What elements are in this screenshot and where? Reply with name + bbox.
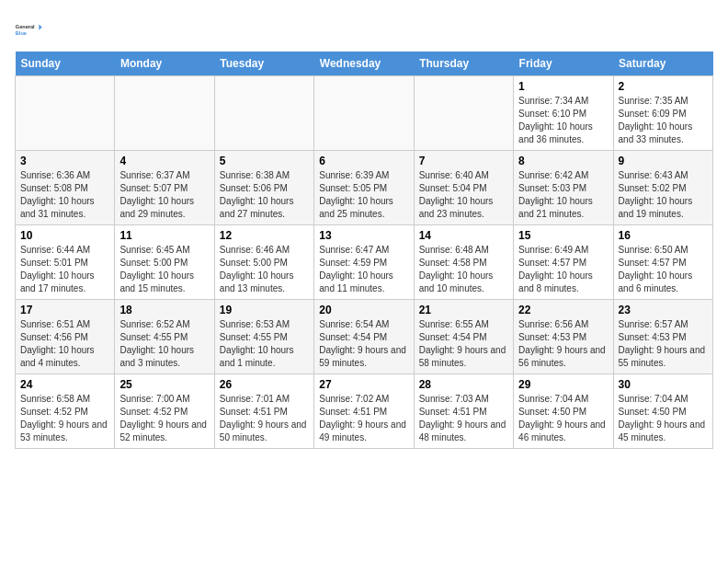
day-number: 5 <box>220 155 309 167</box>
day-number: 23 <box>619 304 708 316</box>
page-header: GeneralBlue <box>15 15 713 44</box>
calendar-table: SundayMondayTuesdayWednesdayThursdayFrid… <box>15 52 713 449</box>
day-info: Sunrise: 7:01 AM Sunset: 4:51 PM Dayligh… <box>220 393 309 444</box>
day-info: Sunrise: 6:44 AM Sunset: 5:01 PM Dayligh… <box>20 244 109 295</box>
day-number: 30 <box>619 378 708 391</box>
day-number: 10 <box>20 229 109 242</box>
day-info: Sunrise: 6:37 AM Sunset: 5:07 PM Dayligh… <box>119 169 209 221</box>
week-row-3: 10Sunrise: 6:44 AM Sunset: 5:01 PM Dayli… <box>16 225 713 300</box>
day-number: 15 <box>518 229 608 242</box>
day-number: 6 <box>319 155 408 167</box>
day-info: Sunrise: 6:36 AM Sunset: 5:08 PM Dayligh… <box>20 169 109 221</box>
week-row-5: 24Sunrise: 6:58 AM Sunset: 4:52 PM Dayli… <box>16 374 713 449</box>
day-info: Sunrise: 6:57 AM Sunset: 4:53 PM Dayligh… <box>619 318 708 370</box>
day-info: Sunrise: 6:54 AM Sunset: 4:54 PM Dayligh… <box>319 318 408 370</box>
calendar-cell: 11Sunrise: 6:45 AM Sunset: 5:00 PM Dayli… <box>115 225 214 300</box>
day-number: 14 <box>419 229 508 242</box>
day-info: Sunrise: 7:04 AM Sunset: 4:50 PM Dayligh… <box>619 393 708 444</box>
day-info: Sunrise: 6:52 AM Sunset: 4:55 PM Dayligh… <box>119 318 209 370</box>
calendar-cell: 23Sunrise: 6:57 AM Sunset: 4:53 PM Dayli… <box>613 300 712 374</box>
week-row-1: 1Sunrise: 7:34 AM Sunset: 6:10 PM Daylig… <box>16 76 713 151</box>
day-number: 4 <box>119 155 209 167</box>
svg-text:Blue: Blue <box>16 30 27 36</box>
day-number: 2 <box>619 80 708 93</box>
day-number: 24 <box>20 378 109 391</box>
day-info: Sunrise: 6:53 AM Sunset: 4:55 PM Dayligh… <box>220 318 309 370</box>
day-info: Sunrise: 6:45 AM Sunset: 5:00 PM Dayligh… <box>119 244 209 295</box>
calendar-cell: 30Sunrise: 7:04 AM Sunset: 4:50 PM Dayli… <box>613 374 712 449</box>
svg-text:General: General <box>16 24 35 29</box>
day-info: Sunrise: 6:49 AM Sunset: 4:57 PM Dayligh… <box>518 244 608 295</box>
calendar-cell <box>414 76 513 151</box>
calendar-cell: 26Sunrise: 7:01 AM Sunset: 4:51 PM Dayli… <box>214 374 313 449</box>
day-number: 16 <box>619 229 708 242</box>
day-number: 9 <box>619 155 708 167</box>
calendar-cell <box>16 76 115 151</box>
calendar-cell: 7Sunrise: 6:40 AM Sunset: 5:04 PM Daylig… <box>414 151 513 225</box>
day-number: 8 <box>518 155 608 167</box>
day-number: 29 <box>518 378 608 391</box>
day-number: 1 <box>518 80 608 93</box>
day-info: Sunrise: 7:34 AM Sunset: 6:10 PM Dayligh… <box>518 95 608 146</box>
day-info: Sunrise: 6:47 AM Sunset: 4:59 PM Dayligh… <box>319 244 408 295</box>
day-number: 18 <box>119 304 209 316</box>
day-info: Sunrise: 6:56 AM Sunset: 4:53 PM Dayligh… <box>518 318 608 370</box>
calendar-cell <box>115 76 214 151</box>
calendar-cell: 13Sunrise: 6:47 AM Sunset: 4:59 PM Dayli… <box>314 225 414 300</box>
day-number: 3 <box>20 155 109 167</box>
logo-icon: GeneralBlue <box>15 15 44 44</box>
day-number: 7 <box>419 155 508 167</box>
day-info: Sunrise: 6:43 AM Sunset: 5:02 PM Dayligh… <box>619 169 708 221</box>
day-info: Sunrise: 6:55 AM Sunset: 4:54 PM Dayligh… <box>419 318 508 370</box>
day-header-monday: Monday <box>115 52 214 76</box>
day-header-friday: Friday <box>514 52 613 76</box>
day-info: Sunrise: 6:58 AM Sunset: 4:52 PM Dayligh… <box>20 393 109 444</box>
calendar-cell: 8Sunrise: 6:42 AM Sunset: 5:03 PM Daylig… <box>514 151 613 225</box>
calendar-cell: 17Sunrise: 6:51 AM Sunset: 4:56 PM Dayli… <box>16 300 115 374</box>
day-info: Sunrise: 6:50 AM Sunset: 4:57 PM Dayligh… <box>619 244 708 295</box>
day-info: Sunrise: 7:04 AM Sunset: 4:50 PM Dayligh… <box>518 393 608 444</box>
day-info: Sunrise: 7:02 AM Sunset: 4:51 PM Dayligh… <box>319 393 408 444</box>
calendar-cell: 10Sunrise: 6:44 AM Sunset: 5:01 PM Dayli… <box>16 225 115 300</box>
day-info: Sunrise: 7:35 AM Sunset: 6:09 PM Dayligh… <box>619 95 708 146</box>
day-header-saturday: Saturday <box>613 52 712 76</box>
calendar-cell: 18Sunrise: 6:52 AM Sunset: 4:55 PM Dayli… <box>115 300 214 374</box>
calendar-cell: 25Sunrise: 7:00 AM Sunset: 4:52 PM Dayli… <box>115 374 214 449</box>
day-info: Sunrise: 6:40 AM Sunset: 5:04 PM Dayligh… <box>419 169 508 221</box>
day-number: 28 <box>419 378 508 391</box>
day-info: Sunrise: 7:03 AM Sunset: 4:51 PM Dayligh… <box>419 393 508 444</box>
day-number: 27 <box>319 378 408 391</box>
calendar-cell: 28Sunrise: 7:03 AM Sunset: 4:51 PM Dayli… <box>414 374 513 449</box>
calendar-cell: 22Sunrise: 6:56 AM Sunset: 4:53 PM Dayli… <box>514 300 613 374</box>
day-number: 26 <box>220 378 309 391</box>
week-row-2: 3Sunrise: 6:36 AM Sunset: 5:08 PM Daylig… <box>16 151 713 225</box>
day-info: Sunrise: 6:46 AM Sunset: 5:00 PM Dayligh… <box>220 244 309 295</box>
calendar-cell: 12Sunrise: 6:46 AM Sunset: 5:00 PM Dayli… <box>214 225 313 300</box>
calendar-cell: 21Sunrise: 6:55 AM Sunset: 4:54 PM Dayli… <box>414 300 513 374</box>
day-header-wednesday: Wednesday <box>314 52 414 76</box>
calendar-cell: 2Sunrise: 7:35 AM Sunset: 6:09 PM Daylig… <box>613 76 712 151</box>
calendar-cell: 1Sunrise: 7:34 AM Sunset: 6:10 PM Daylig… <box>514 76 613 151</box>
calendar-cell: 15Sunrise: 6:49 AM Sunset: 4:57 PM Dayli… <box>514 225 613 300</box>
calendar-cell: 29Sunrise: 7:04 AM Sunset: 4:50 PM Dayli… <box>514 374 613 449</box>
day-info: Sunrise: 7:00 AM Sunset: 4:52 PM Dayligh… <box>119 393 209 444</box>
day-header-tuesday: Tuesday <box>214 52 313 76</box>
day-number: 13 <box>319 229 408 242</box>
day-number: 20 <box>319 304 408 316</box>
calendar-cell: 14Sunrise: 6:48 AM Sunset: 4:58 PM Dayli… <box>414 225 513 300</box>
calendar-cell: 20Sunrise: 6:54 AM Sunset: 4:54 PM Dayli… <box>314 300 414 374</box>
svg-marker-2 <box>39 24 41 29</box>
calendar-cell: 16Sunrise: 6:50 AM Sunset: 4:57 PM Dayli… <box>613 225 712 300</box>
week-row-4: 17Sunrise: 6:51 AM Sunset: 4:56 PM Dayli… <box>16 300 713 374</box>
day-header-thursday: Thursday <box>414 52 513 76</box>
day-number: 21 <box>419 304 508 316</box>
day-header-sunday: Sunday <box>16 52 115 76</box>
day-number: 12 <box>220 229 309 242</box>
calendar-cell: 6Sunrise: 6:39 AM Sunset: 5:05 PM Daylig… <box>314 151 414 225</box>
calendar-cell: 3Sunrise: 6:36 AM Sunset: 5:08 PM Daylig… <box>16 151 115 225</box>
calendar-cell: 5Sunrise: 6:38 AM Sunset: 5:06 PM Daylig… <box>214 151 313 225</box>
day-info: Sunrise: 6:39 AM Sunset: 5:05 PM Dayligh… <box>319 169 408 221</box>
day-info: Sunrise: 6:51 AM Sunset: 4:56 PM Dayligh… <box>20 318 109 370</box>
day-number: 11 <box>119 229 209 242</box>
calendar-cell <box>314 76 414 151</box>
